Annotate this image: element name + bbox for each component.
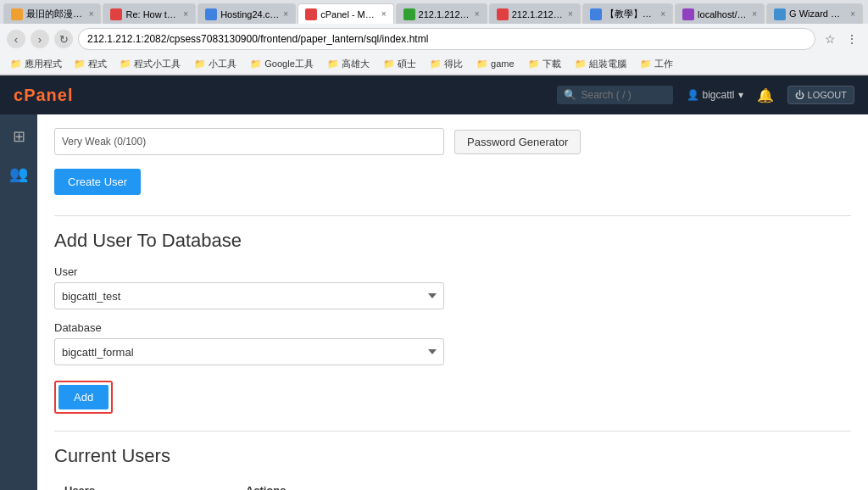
tab-favicon-4 — [305, 8, 317, 20]
cpanel-logo-c: c — [14, 86, 24, 104]
browser-tab-7[interactable]: 【教學】課課 × × — [582, 3, 673, 24]
tab-close-6[interactable]: × — [568, 9, 573, 19]
tab-close-8[interactable]: × — [752, 9, 757, 19]
bookmark-kaohsiung[interactable]: 📁 高雄大 — [323, 56, 374, 72]
tab-title-6: 212.1.212.1 / ... — [512, 9, 565, 19]
bookmark-download[interactable]: 📁 下載 — [524, 56, 565, 72]
tab-favicon-1 — [11, 8, 23, 20]
bookmarks-bar: 📁 應用程式 📁 程式 📁 程式小工具 📁 小工具 📁 Google工具 📁 高… — [0, 54, 868, 75]
tab-title-8: localhost/201... — [698, 9, 748, 19]
user-select[interactable]: bigcattl_test — [54, 282, 444, 309]
user-menu[interactable]: 👤 bigcattl ▾ — [687, 89, 743, 101]
browser-tab-2[interactable]: Re: How to us... × — [103, 3, 196, 24]
password-strength-bar — [54, 128, 444, 155]
logout-button[interactable]: ⏻ LOGOUT — [787, 86, 854, 104]
tab-favicon-7 — [590, 8, 602, 20]
user-icon: 👤 — [687, 89, 699, 101]
tab-title-1: 最旧的郎漫格 - ... — [26, 8, 86, 20]
search-icon: 🔍 — [564, 89, 576, 101]
col-header-actions: Actions — [236, 477, 851, 490]
cpanel-sidebar: ⊞ 👥 — [0, 114, 37, 490]
bookmark-tools[interactable]: 📁 程式小工具 — [115, 56, 185, 72]
address-bar[interactable] — [78, 28, 815, 50]
search-input[interactable] — [581, 89, 666, 101]
forward-button[interactable]: › — [31, 30, 49, 48]
tab-favicon-8 — [682, 8, 694, 20]
bookmark-work[interactable]: 📁 工作 — [636, 56, 677, 72]
notification-bell-icon[interactable]: 🔔 — [757, 87, 774, 103]
cpanel-logo-panel: Panel — [24, 86, 73, 104]
tab-title-2: Re: How to us... — [125, 9, 180, 19]
browser-tab-8[interactable]: localhost/201... × — [675, 3, 765, 24]
bookmark-hardware[interactable]: 📁 組裝電腦 — [570, 56, 631, 72]
cpanel-header-right: 🔍 👤 bigcattl ▾ 🔔 ⏻ LOGOUT — [557, 86, 854, 104]
bookmark-prog[interactable]: 📁 程式 — [70, 58, 110, 70]
tab-title-9: G Wizard 中文 ... — [789, 8, 847, 20]
browser-toolbar: ‹ › ↻ ☆ ⋮ — [0, 24, 868, 54]
create-user-button[interactable]: Create User — [54, 169, 141, 195]
tab-favicon-9 — [774, 8, 786, 20]
browser-tabs: 最旧的郎漫格 - ... × Re: How to us... × Hostin… — [0, 0, 868, 24]
section-divider-1 — [54, 215, 851, 216]
bookmark-master[interactable]: 📁 碩士 — [379, 56, 420, 72]
password-generator-button[interactable]: Password Generator — [454, 130, 581, 154]
user-form-group: User bigcattl_test — [54, 265, 851, 309]
database-field-label: Database — [54, 321, 851, 334]
bookmark-icon[interactable]: ☆ — [821, 30, 839, 48]
tab-close-4[interactable]: × — [381, 9, 387, 19]
browser-tab-9[interactable]: G Wizard 中文 ... × — [766, 3, 863, 24]
cpanel-body: ⊞ 👥 Password Generator Create User Add U… — [0, 114, 868, 490]
section-divider-2 — [54, 431, 851, 432]
tab-title-4: cPanel - MySC... — [320, 9, 378, 19]
sidebar-grid-icon[interactable]: ⊞ — [3, 121, 34, 152]
password-section: Password Generator — [54, 128, 851, 155]
bookmark-google[interactable]: 📁 Google工具 — [246, 56, 318, 72]
tab-favicon-6 — [497, 8, 509, 20]
bookmark-game[interactable]: 📁 得比 — [426, 56, 467, 72]
bookmark-small[interactable]: 📁 小工具 — [190, 56, 241, 72]
extensions-icon[interactable]: ⋮ — [843, 30, 861, 48]
cpanel-logo: cPanel — [14, 86, 73, 105]
add-button-wrapper: Add — [54, 381, 113, 414]
col-header-users: Users — [54, 477, 236, 490]
tab-favicon-5 — [403, 8, 415, 20]
add-user-section-title: Add User To Database — [54, 230, 851, 252]
tab-favicon-3 — [205, 8, 217, 20]
add-button[interactable]: Add — [58, 385, 108, 409]
bookmark-apps[interactable]: 📁 應用程式 — [7, 58, 65, 70]
browser-tab-6[interactable]: 212.1.212.1 / ... × — [489, 3, 581, 24]
current-users-title: Current Users — [54, 445, 851, 467]
database-form-group: Database bigcattl_formal — [54, 321, 851, 365]
tab-favicon-2 — [110, 8, 122, 20]
users-table: Users Actions bigcattl_test 🔑 Change Pas… — [54, 477, 851, 490]
password-strength-input — [54, 128, 444, 155]
tab-close-7[interactable]: × — [660, 9, 665, 19]
user-field-label: User — [54, 265, 851, 278]
reload-button[interactable]: ↻ — [54, 30, 73, 48]
sidebar-users-icon[interactable]: 👥 — [3, 159, 34, 189]
browser-chrome: 最旧的郎漫格 - ... × Re: How to us... × Hostin… — [0, 0, 868, 75]
tab-close-2[interactable]: × — [183, 9, 188, 19]
cpanel-main: Password Generator Create User Add User … — [37, 114, 868, 490]
browser-tab-4-active[interactable]: cPanel - MySC... × — [298, 3, 393, 24]
tab-title-3: Hosting24.com ... — [220, 9, 280, 19]
back-button[interactable]: ‹ — [7, 30, 25, 48]
tab-close-3[interactable]: × — [283, 9, 288, 19]
search-box: 🔍 — [557, 86, 673, 104]
browser-tab-1[interactable]: 最旧的郎漫格 - ... × — [3, 3, 101, 24]
users-table-header-row: Users Actions — [54, 477, 851, 490]
logout-icon: ⏻ — [795, 90, 804, 100]
tab-close-5[interactable]: × — [475, 9, 480, 19]
browser-tab-3[interactable]: Hosting24.com ... × — [198, 3, 296, 24]
users-table-head: Users Actions — [54, 477, 851, 490]
tab-title-5: 212.1.212.1 / ... — [419, 9, 471, 19]
database-select[interactable]: bigcattl_formal — [54, 338, 444, 365]
cpanel-wrapper: cPanel 🔍 👤 bigcattl ▾ 🔔 ⏻ LOGOUT ⊞ 👥 — [0, 75, 868, 490]
cpanel-header: cPanel 🔍 👤 bigcattl ▾ 🔔 ⏻ LOGOUT — [0, 75, 868, 114]
tab-title-7: 【教學】課課 × — [605, 8, 657, 20]
bookmark-game2[interactable]: 📁 game — [472, 57, 519, 71]
tab-close-1[interactable]: × — [89, 9, 94, 19]
logout-label: LOGOUT — [808, 90, 847, 100]
browser-tab-5[interactable]: 212.1.212.1 / ... × — [396, 3, 487, 24]
tab-close-9[interactable]: × — [850, 9, 855, 19]
